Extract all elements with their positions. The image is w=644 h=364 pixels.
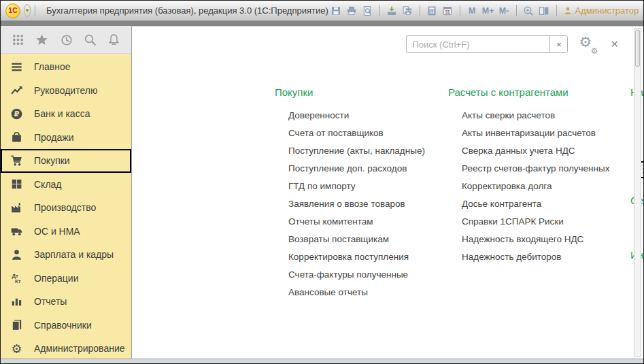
menu-link[interactable]: Счета-фактуры полученные bbox=[288, 266, 448, 284]
menu-link[interactable]: Счета от поставщиков bbox=[288, 125, 448, 142]
scrollbar-thumb[interactable] bbox=[635, 30, 640, 67]
print-doc-icon bbox=[402, 5, 413, 16]
section-title: Расчеты с контрагентами bbox=[448, 86, 630, 98]
current-user: Администратор bbox=[563, 5, 639, 16]
menu-link[interactable]: Корректировка поступления bbox=[288, 248, 448, 266]
calc-m-minus-button[interactable]: M- bbox=[496, 3, 512, 18]
history-icon[interactable] bbox=[60, 33, 73, 46]
calendar-button[interactable]: 31 bbox=[440, 3, 456, 18]
dtkt-icon: ДтКт bbox=[10, 271, 23, 284]
menu-link[interactable]: Корректировка долга bbox=[462, 178, 630, 195]
svg-text:⚙: ⚙ bbox=[12, 342, 22, 355]
save-icon bbox=[331, 5, 341, 16]
sidebar-toolbar bbox=[1, 26, 131, 54]
print-preview-icon bbox=[362, 5, 373, 16]
split-icon bbox=[539, 5, 549, 16]
menu-link[interactable]: Авансовые отчеты bbox=[288, 284, 448, 301]
sidebar-item[interactable]: Зарплата и кадры bbox=[1, 243, 131, 267]
gear-icon: ⚙ bbox=[10, 342, 23, 355]
user-icon bbox=[563, 6, 573, 16]
search-icon[interactable] bbox=[84, 33, 97, 46]
sidebar-item-label: Главное bbox=[34, 61, 71, 72]
menu-link[interactable]: Акты инвентаризации расчетов bbox=[462, 125, 630, 142]
print-preview-button[interactable] bbox=[360, 3, 375, 18]
menu-link[interactable]: ГТД по импорту bbox=[288, 178, 448, 195]
menu-link[interactable]: Реестр счетов-фактур полученных bbox=[462, 160, 630, 178]
sidebar-item-label: Руководителю bbox=[34, 85, 97, 96]
sidebar-item[interactable]: ОС и НМА bbox=[1, 220, 131, 244]
sidebar-item-label: Банк и касса bbox=[34, 108, 90, 119]
sidebar-item[interactable]: Отчеты bbox=[1, 290, 131, 314]
menu-link[interactable]: Досье контрагента bbox=[462, 195, 630, 213]
sidebar-item-label: Операции bbox=[34, 273, 79, 284]
apps-grid-icon[interactable] bbox=[12, 33, 24, 46]
vertical-scrollbar[interactable] bbox=[634, 28, 641, 357]
menu-link[interactable]: Поступление доп. расходов bbox=[288, 160, 448, 178]
sidebar-item-label: Продажи bbox=[34, 132, 73, 143]
sidebar-item[interactable]: ₽Банк и касса bbox=[1, 102, 131, 126]
app-window: 1С ▼ Бухгалтерия предприятия (базовая), … bbox=[0, 0, 644, 364]
menu-link[interactable]: Отчеты комитентам bbox=[288, 213, 448, 231]
menu-link[interactable]: Заявления о ввозе товаров bbox=[288, 195, 448, 213]
sidebar-item[interactable]: Справочники bbox=[1, 314, 131, 337]
menu-link[interactable]: Надежность дебиторов bbox=[462, 248, 630, 266]
sections-sidebar: ГлавноеРуководителю₽Банк и кассаПродажиП… bbox=[1, 26, 131, 359]
sidebar-item[interactable]: Производство bbox=[1, 196, 131, 220]
star-icon[interactable] bbox=[35, 33, 48, 46]
user-name-label: Администратор bbox=[575, 5, 639, 16]
menu-link[interactable]: Надежность входящего НДС bbox=[462, 231, 630, 248]
sidebar-item[interactable]: Руководителю bbox=[1, 79, 131, 103]
person-icon bbox=[10, 248, 23, 261]
sidebar-item[interactable]: Покупки bbox=[1, 149, 131, 173]
menu-link[interactable]: Доверенности bbox=[288, 107, 448, 125]
save-button[interactable] bbox=[328, 3, 344, 18]
menu-link[interactable]: Сверка данных учета НДС bbox=[462, 142, 630, 160]
svg-text:Кт: Кт bbox=[15, 279, 21, 285]
print-doc-button[interactable] bbox=[400, 3, 416, 18]
import-button[interactable] bbox=[384, 3, 400, 18]
sidebar-item-label: Администрирование bbox=[34, 343, 125, 354]
books-icon bbox=[10, 318, 23, 331]
trend-icon bbox=[10, 84, 23, 97]
window-frame-strip bbox=[1, 21, 643, 26]
separator bbox=[460, 5, 460, 16]
calculator-button[interactable] bbox=[424, 3, 440, 18]
svg-text:₽: ₽ bbox=[14, 110, 20, 118]
sidebar-item[interactable]: Склад bbox=[1, 173, 131, 197]
menu-column: ПокупкиДоверенностиСчета от поставщиковП… bbox=[275, 86, 448, 318]
sidebar-item[interactable]: ДтКтОперации bbox=[1, 267, 131, 291]
calc-m-button[interactable]: M bbox=[464, 3, 480, 18]
calculator-icon bbox=[426, 5, 437, 16]
system-menu-button[interactable]: ▼ bbox=[24, 4, 31, 17]
search-clear-button[interactable]: × bbox=[549, 36, 567, 52]
panel-close-button[interactable]: ✕ bbox=[610, 38, 619, 50]
sidebar-item-label: Покупки bbox=[34, 155, 70, 166]
window-title: Бухгалтерия предприятия (базовая), редак… bbox=[46, 5, 328, 16]
sidebar-item-label: ОС и НМА bbox=[34, 226, 80, 237]
menu-link[interactable]: Возвраты поставщикам bbox=[288, 231, 448, 248]
zoom-button[interactable] bbox=[521, 3, 537, 18]
calc-m-plus-button[interactable]: M+ bbox=[480, 3, 496, 18]
search-input[interactable] bbox=[407, 36, 549, 52]
menu-link[interactable]: Акты сверки расчетов bbox=[462, 107, 630, 125]
print-button[interactable] bbox=[344, 3, 360, 18]
menu-link[interactable]: Справки 1СПАРК Риски bbox=[462, 213, 630, 231]
search-box: × bbox=[406, 35, 568, 53]
menu-section: Расчеты с контрагентамиАкты сверки расче… bbox=[448, 86, 630, 266]
bell-icon[interactable] bbox=[107, 33, 120, 46]
sidebar-item-label: Отчеты bbox=[34, 296, 67, 307]
svg-text:Дт: Дт bbox=[12, 273, 18, 279]
boxes-icon bbox=[10, 178, 23, 191]
menu-link[interactable]: Поступление (акты, накладные) bbox=[288, 142, 448, 160]
chart-icon bbox=[10, 295, 23, 308]
split-button[interactable] bbox=[537, 3, 552, 18]
sidebar-item[interactable]: Продажи bbox=[1, 126, 131, 150]
zoom-icon bbox=[523, 5, 534, 16]
sidebar-item-label: Зарплата и кадры bbox=[34, 249, 114, 260]
ruble-icon: ₽ bbox=[10, 107, 23, 120]
menu-section: ПокупкиДоверенностиСчета от поставщиковП… bbox=[275, 86, 448, 301]
sidebar-item[interactable]: ⚙Администрирование bbox=[1, 337, 131, 361]
separator bbox=[556, 5, 557, 16]
sidebar-item[interactable]: Главное bbox=[1, 55, 131, 79]
settings-gears-icon[interactable]: ⚙⚙ bbox=[579, 35, 598, 53]
